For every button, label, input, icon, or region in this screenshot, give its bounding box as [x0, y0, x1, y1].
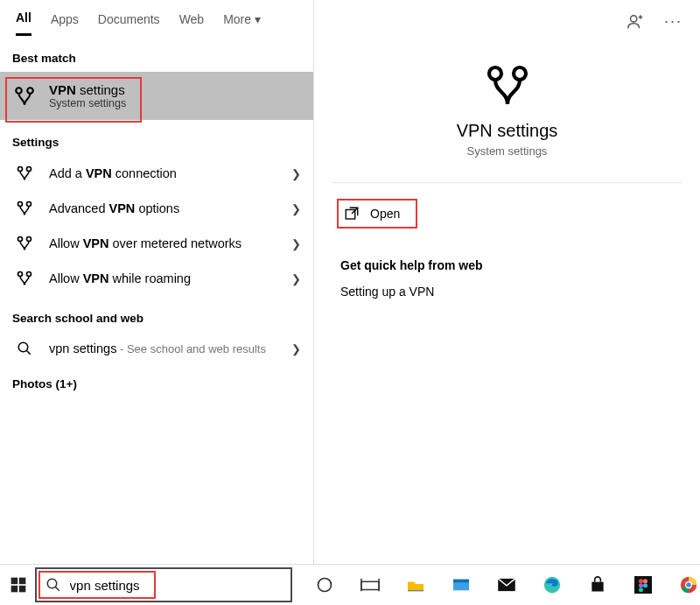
detail-title: VPN settings — [457, 121, 558, 141]
best-match-subtitle: System settings — [49, 97, 126, 109]
svg-point-2 — [18, 167, 23, 172]
chevron-down-icon: ▾ — [255, 12, 261, 26]
svg-point-4 — [18, 202, 23, 207]
best-match-title: VPN settings — [49, 82, 126, 97]
tab-more-label: More — [223, 12, 251, 26]
settings-item-label: Allow VPN while roaming — [49, 271, 191, 285]
search-icon — [46, 577, 61, 593]
settings-item-advanced-vpn[interactable]: Advanced VPN options ❯ — [0, 191, 313, 226]
search-input[interactable] — [70, 578, 290, 593]
vpn-icon — [12, 165, 37, 182]
section-photos: Photos (1+) — [0, 365, 313, 397]
chevron-right-icon: ❯ — [291, 167, 301, 180]
vpn-icon — [12, 235, 37, 252]
svg-point-14 — [514, 67, 526, 80]
tab-more[interactable]: More ▾ — [223, 12, 261, 35]
taskbar-search[interactable] — [35, 567, 292, 602]
svg-point-10 — [18, 342, 28, 352]
chevron-right-icon: ❯ — [291, 342, 301, 355]
vpn-icon — [483, 61, 532, 110]
tab-all[interactable]: All — [16, 11, 32, 36]
quick-help-header: Get quick help from web — [340, 258, 674, 272]
svg-point-6 — [18, 237, 23, 242]
tab-web[interactable]: Web — [179, 12, 205, 35]
svg-rect-18 — [10, 586, 18, 593]
svg-point-34 — [639, 583, 643, 587]
chevron-right-icon: ❯ — [291, 272, 301, 285]
detail-subtitle: System settings — [467, 144, 548, 158]
settings-item-add-vpn[interactable]: Add a VPN connection ❯ — [0, 156, 313, 191]
tab-apps[interactable]: Apps — [51, 12, 79, 35]
start-button[interactable] — [4, 568, 33, 601]
svg-point-33 — [643, 583, 648, 587]
chevron-right-icon: ❯ — [291, 237, 301, 250]
app-icon[interactable] — [450, 573, 472, 596]
svg-point-0 — [16, 88, 22, 94]
tab-documents[interactable]: Documents — [98, 12, 160, 35]
svg-rect-27 — [453, 580, 469, 583]
svg-point-5 — [27, 202, 32, 207]
svg-rect-30 — [634, 576, 652, 594]
settings-item-label: Advanced VPN options — [49, 201, 179, 215]
edge-icon[interactable] — [541, 573, 564, 596]
search-icon — [12, 341, 37, 356]
svg-rect-17 — [19, 578, 26, 585]
settings-item-vpn-metered[interactable]: Allow VPN over metered networks ❯ — [0, 226, 313, 261]
task-view-icon[interactable] — [359, 573, 382, 596]
vpn-icon — [12, 200, 37, 217]
svg-point-32 — [643, 579, 648, 583]
svg-point-31 — [639, 579, 643, 583]
web-search-item[interactable]: vpn settings - See school and web result… — [0, 332, 313, 365]
svg-point-12 — [630, 16, 636, 22]
svg-point-3 — [27, 167, 32, 172]
svg-point-8 — [18, 272, 23, 277]
chevron-right-icon: ❯ — [291, 202, 301, 215]
settings-item-vpn-roaming[interactable]: Allow VPN while roaming ❯ — [0, 261, 313, 296]
settings-item-label: Add a VPN connection — [49, 166, 177, 180]
web-item-label: vpn settings - See school and web result… — [49, 341, 266, 355]
svg-rect-23 — [361, 581, 379, 589]
svg-point-9 — [27, 272, 32, 277]
more-options-icon[interactable]: ··· — [664, 12, 682, 32]
svg-point-20 — [47, 579, 57, 588]
vpn-icon — [12, 270, 37, 287]
svg-rect-19 — [19, 586, 26, 593]
open-label: Open — [370, 207, 400, 221]
section-settings: Settings — [0, 120, 313, 156]
svg-point-22 — [318, 579, 332, 592]
svg-point-1 — [27, 88, 33, 94]
svg-point-35 — [639, 587, 643, 592]
settings-item-label: Allow VPN over metered networks — [49, 236, 242, 250]
figma-icon[interactable] — [632, 573, 654, 596]
feedback-icon[interactable] — [626, 12, 645, 32]
section-best-match: Best match — [0, 36, 313, 72]
chrome-icon[interactable] — [677, 573, 700, 596]
svg-line-21 — [55, 587, 60, 591]
cortana-icon[interactable] — [313, 573, 336, 596]
mail-icon[interactable] — [495, 573, 518, 596]
svg-rect-16 — [10, 578, 18, 585]
svg-line-11 — [26, 350, 31, 355]
svg-point-13 — [489, 67, 501, 80]
quick-help-link[interactable]: Setting up a VPN — [340, 285, 674, 299]
svg-point-7 — [27, 237, 32, 242]
store-icon[interactable] — [586, 573, 609, 596]
section-school-web: Search school and web — [0, 296, 313, 332]
file-explorer-icon[interactable] — [404, 573, 427, 596]
svg-point-38 — [686, 582, 691, 587]
open-icon — [344, 206, 360, 222]
result-best-match[interactable]: VPN settings System settings — [0, 72, 313, 120]
open-button[interactable]: Open — [337, 199, 417, 229]
vpn-icon — [12, 85, 37, 108]
